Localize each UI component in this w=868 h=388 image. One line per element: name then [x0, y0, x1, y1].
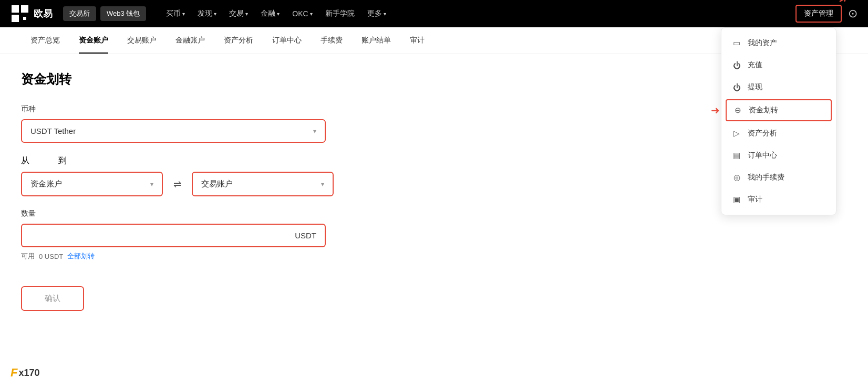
- user-icon[interactable]: ⊙: [848, 7, 857, 20]
- dropdown-my-fees-label: 我的手续费: [748, 173, 784, 182]
- nav-okc[interactable]: OKC ▾: [287, 6, 317, 21]
- nav-trade[interactable]: 交易 ▾: [224, 6, 253, 22]
- subnav-funding-account[interactable]: 资金账户: [69, 27, 118, 54]
- transfer-icon: ⊖: [733, 106, 742, 115]
- nav-more[interactable]: 更多 ▾: [362, 6, 391, 22]
- dropdown-audit[interactable]: ▣ 审计: [721, 188, 836, 211]
- chevron-down-icon: ▾: [245, 11, 248, 17]
- nav-links: 买币 ▾ 发现 ▾ 交易 ▾ 金融 ▾ OKC ▾ 新手学院 更多 ▾: [161, 6, 791, 22]
- svg-rect-2: [21, 5, 28, 13]
- bottom-logo: F x170: [11, 366, 40, 380]
- dropdown-deposit[interactable]: ⏻ 充值: [721, 54, 836, 76]
- nav-finance[interactable]: 金融 ▾: [255, 6, 285, 22]
- svg-rect-3: [12, 15, 19, 22]
- deposit-icon: ⏻: [732, 60, 741, 70]
- dropdown-deposit-label: 充值: [748, 60, 762, 70]
- subnav-account-statement[interactable]: 账户结单: [352, 27, 400, 54]
- chevron-down-icon: ▾: [384, 11, 386, 17]
- asset-management-button[interactable]: 资产管理: [795, 5, 842, 23]
- logo-icon: [11, 4, 29, 23]
- available-row: 可用 0 USDT 全部划转: [21, 251, 452, 261]
- dropdown-transfer[interactable]: ➜ ⊖ 资金划转: [726, 99, 832, 121]
- logo-text: 欧易: [34, 7, 53, 20]
- audit-icon: ▣: [732, 195, 741, 204]
- to-account-select[interactable]: 交易账户 ▾: [192, 172, 334, 196]
- to-label: 到: [58, 155, 67, 166]
- orders-icon: ▤: [732, 151, 741, 160]
- amount-input-wrap: USDT: [21, 224, 326, 247]
- dropdown-audit-label: 审计: [748, 195, 762, 204]
- amount-input[interactable]: [30, 231, 295, 240]
- transfer-direction-section: 从 到 资金账户 ▾ ⇌ 交易账户 ▾: [21, 155, 452, 196]
- nav-academy[interactable]: 新手学院: [320, 6, 360, 22]
- chevron-down-icon: ▾: [277, 11, 280, 17]
- chevron-down-icon: ▾: [214, 11, 216, 17]
- analysis-icon: ▷: [732, 129, 741, 138]
- dropdown-asset-analysis-label: 资产分析: [748, 129, 777, 138]
- amount-section: 数量 USDT 可用 0 USDT 全部划转: [21, 209, 452, 261]
- from-account-value: 资金账户: [30, 179, 62, 189]
- svg-rect-1: [12, 5, 19, 13]
- top-navigation: 欧易 交易所 Web3 钱包 买币 ▾ 发现 ▾ 交易 ▾ 金融 ▾ OKC ▾…: [0, 0, 868, 27]
- dropdown-transfer-label: 资金划转: [749, 106, 778, 115]
- bottom-logo-text: x170: [18, 368, 39, 379]
- chevron-down-icon: ▾: [150, 181, 153, 188]
- transfer-row: 资金账户 ▾ ⇌ 交易账户 ▾: [21, 172, 452, 196]
- dropdown-withdraw-label: 提现: [748, 82, 762, 92]
- available-prefix: 可用: [21, 251, 35, 261]
- dropdown-my-fees[interactable]: ◎ 我的手续费: [721, 166, 836, 188]
- currency-label: 币种: [21, 104, 452, 114]
- dropdown-order-center-label: 订单中心: [748, 151, 777, 160]
- bottom-logo-f: F: [11, 366, 17, 380]
- chevron-down-icon: ▾: [321, 181, 324, 188]
- available-amount: 0 USDT: [39, 253, 63, 260]
- dropdown-my-assets-label: 我的资产: [748, 38, 777, 48]
- fee-icon: ◎: [732, 173, 741, 182]
- nav-buy[interactable]: 买币 ▾: [161, 6, 190, 22]
- chevron-down-icon: ▾: [313, 128, 316, 135]
- exchange-btn[interactable]: 交易所: [63, 6, 96, 21]
- from-account-select[interactable]: 资金账户 ▾: [21, 172, 163, 196]
- logo-area[interactable]: 欧易: [11, 4, 53, 23]
- subnav-fees[interactable]: 手续费: [311, 27, 352, 54]
- dropdown-my-assets[interactable]: ▭ 我的资产: [721, 32, 836, 54]
- svg-rect-5: [23, 17, 26, 20]
- currency-value: USDT Tether: [30, 127, 76, 135]
- from-label: 从: [21, 155, 29, 166]
- amount-unit: USDT: [295, 231, 316, 240]
- amount-label: 数量: [21, 209, 452, 218]
- to-account-value: 交易账户: [201, 179, 233, 189]
- transfer-all-link[interactable]: 全部划转: [67, 251, 95, 261]
- subnav-finance-account[interactable]: 金融账户: [166, 27, 214, 54]
- swap-icon[interactable]: ⇌: [171, 176, 183, 192]
- main-content: 资金划转 币种 USDT Tether ▾ 从 到 资金账户 ▾ ⇌ 交易账户 …: [0, 54, 473, 328]
- dropdown-order-center[interactable]: ▤ 订单中心: [721, 144, 836, 166]
- subnav-asset-analysis[interactable]: 资产分析: [214, 27, 263, 54]
- nav-right: ➜ 资产管理 ⊙: [795, 5, 857, 23]
- subnav-asset-overview[interactable]: 资产总览: [21, 27, 69, 54]
- subnav-trading-account[interactable]: 交易账户: [118, 27, 166, 54]
- subnav-audit[interactable]: 审计: [400, 27, 434, 54]
- confirm-button[interactable]: 确认: [21, 286, 84, 311]
- chevron-down-icon: ▾: [310, 11, 313, 17]
- subnav-order-center[interactable]: 订单中心: [263, 27, 311, 54]
- chevron-down-icon: ▾: [182, 11, 185, 17]
- dropdown-withdraw[interactable]: ⏻ 提现: [721, 76, 836, 98]
- web3-btn[interactable]: Web3 钱包: [100, 6, 146, 21]
- asset-mgmt-wrapper: ➜ 资产管理: [795, 5, 842, 23]
- page-title: 资金划转: [21, 71, 452, 88]
- wallet-icon: ▭: [732, 38, 741, 48]
- dropdown-menu: ▭ 我的资产 ⏻ 充值 ⏻ 提现 ➜ ⊖ 资金划转 ▷ 资产分析 ▤ 订单中心 …: [721, 27, 836, 215]
- currency-select[interactable]: USDT Tether ▾: [21, 119, 326, 143]
- currency-section: 币种 USDT Tether ▾: [21, 104, 452, 143]
- withdraw-icon: ⏻: [732, 82, 741, 92]
- nav-discover[interactable]: 发现 ▾: [192, 6, 222, 22]
- red-arrow-dropdown-icon: ➜: [711, 104, 720, 117]
- dropdown-asset-analysis[interactable]: ▷ 资产分析: [721, 122, 836, 144]
